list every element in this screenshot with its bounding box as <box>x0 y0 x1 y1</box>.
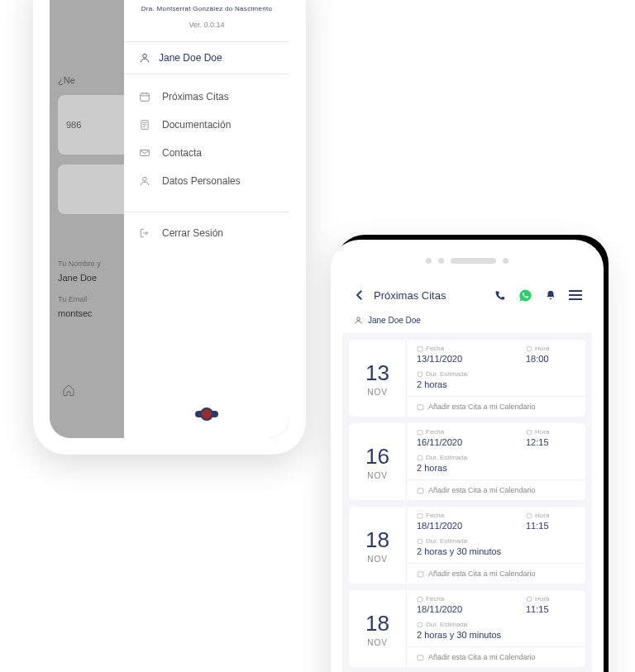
document-icon <box>139 119 150 131</box>
dur-value: 2 horas <box>417 379 575 389</box>
hora-label: Hora <box>526 595 575 603</box>
fecha-label: Fecha <box>417 428 526 436</box>
appointment-date-block: 18 NOV <box>349 590 407 667</box>
svg-point-22 <box>527 513 532 518</box>
add-to-calendar-button[interactable]: Añadir esta Cita a mi Calendario <box>407 479 585 500</box>
drawer-header: ORTODONCIA·MG Dra. Montserrat González d… <box>124 0 289 41</box>
fecha-value: 16/11/2020 <box>417 437 526 447</box>
home-icon <box>62 384 75 397</box>
user-icon <box>354 316 363 325</box>
appointment-day: 18 <box>365 527 389 553</box>
whatsapp-icon <box>518 288 532 303</box>
menu-label: Datos Personales <box>162 175 241 187</box>
svg-point-19 <box>418 455 423 460</box>
svg-rect-16 <box>418 404 423 409</box>
whatsapp-button[interactable] <box>518 288 532 303</box>
svg-point-23 <box>418 539 423 544</box>
menu-button[interactable] <box>569 290 582 300</box>
menu-label: Documentación <box>162 119 231 131</box>
phone-icon <box>494 289 506 302</box>
appointment-month: NOV <box>367 638 388 647</box>
menu-label: Próximas Citas <box>162 91 229 102</box>
svg-rect-13 <box>418 346 423 350</box>
svg-rect-2 <box>141 93 150 101</box>
appointment-day: 16 <box>365 444 389 469</box>
navigation-drawer: ORTODONCIA·MG Dra. Montserrat González d… <box>124 0 289 438</box>
mail-icon <box>139 147 150 159</box>
phone-speaker <box>426 258 508 264</box>
menu-item-doc[interactable]: Documentación <box>124 111 289 139</box>
notifications-button[interactable] <box>545 289 556 301</box>
drawer-user-name: Jane Doe Doe <box>159 52 222 64</box>
svg-point-11 <box>143 177 147 181</box>
fecha-label: Fecha <box>417 512 526 519</box>
appointment-date-block: 16 NOV <box>349 423 407 500</box>
brand-subtitle: Dra. Montserrat González do Nascimento <box>136 5 277 12</box>
dur-label: Dur. Estimada <box>417 621 575 628</box>
user-icon <box>139 52 150 64</box>
chevron-left-icon <box>352 288 367 303</box>
menu-label: Contacta <box>162 147 202 159</box>
hora-value: 11:15 <box>526 521 575 531</box>
appointment-month: NOV <box>367 555 388 564</box>
fecha-value: 18/11/2020 <box>417 521 526 531</box>
user-icon <box>139 175 150 187</box>
svg-rect-20 <box>418 488 423 493</box>
menu-item-citas[interactable]: Próximas Citas <box>124 83 289 111</box>
menu-item-contacta[interactable]: Contacta <box>124 139 289 167</box>
appointment-day: 18 <box>365 611 389 636</box>
dur-label: Dur. Estimada <box>417 454 575 461</box>
phone-button[interactable] <box>494 289 506 302</box>
svg-point-12 <box>357 317 360 321</box>
hamburger-icon <box>569 290 582 292</box>
svg-point-27 <box>418 622 423 627</box>
phone-mockup-appointments: Próximas Citas Jane Doe Doe <box>331 240 604 672</box>
svg-rect-21 <box>418 513 423 517</box>
appointment-month: NOV <box>367 388 388 397</box>
fecha-value: 18/11/2020 <box>417 604 526 614</box>
add-to-calendar-button[interactable]: Añadir esta Cita a mi Calendario <box>407 563 585 584</box>
add-to-calendar-label: Añadir esta Cita a mi Calendario <box>428 570 536 578</box>
logout-icon <box>139 227 150 239</box>
back-button[interactable] <box>352 288 367 303</box>
calendar-icon <box>139 91 150 102</box>
app-header: Próximas Citas <box>342 279 592 311</box>
svg-rect-25 <box>418 597 423 601</box>
add-to-calendar-button[interactable]: Añadir esta Cita a mi Calendario <box>407 396 585 417</box>
svg-point-18 <box>527 430 532 435</box>
user-row: Jane Doe Doe <box>342 311 592 333</box>
appointment-date-block: 13 NOV <box>349 340 407 417</box>
add-to-calendar-label: Añadir esta Cita a mi Calendario <box>428 486 536 494</box>
dur-value: 2 horas <box>417 463 575 473</box>
hora-value: 11:15 <box>526 604 575 614</box>
user-name: Jane Doe Doe <box>368 316 421 325</box>
calendar-add-icon <box>417 487 424 494</box>
dur-value: 2 horas y 30 minutos <box>417 630 575 640</box>
appointment-card: 13 NOV Fecha 13/11/2020 Hora 18:00 Dur. … <box>349 340 585 417</box>
appointment-card: 18 NOV Fecha 18/11/2020 Hora 11:15 Dur. … <box>349 507 585 584</box>
fecha-label: Fecha <box>417 595 526 603</box>
bell-icon <box>545 289 556 301</box>
hora-label: Hora <box>526 345 575 352</box>
dur-value: 2 horas y 30 minutos <box>417 546 575 556</box>
appointment-card: 18 NOV Fecha 18/11/2020 Hora 11:15 Dur. … <box>349 590 585 667</box>
svg-rect-24 <box>418 571 423 576</box>
menu-item-datos[interactable]: Datos Personales <box>124 167 289 195</box>
svg-point-1 <box>143 54 147 58</box>
svg-rect-17 <box>418 430 423 434</box>
version-label: Ver. 0.0.14 <box>136 21 277 29</box>
fecha-value: 13/11/2020 <box>417 354 526 364</box>
svg-point-15 <box>418 372 423 377</box>
dur-label: Dur. Estimada <box>417 370 575 378</box>
svg-rect-10 <box>141 150 150 156</box>
appointment-month: NOV <box>367 471 388 480</box>
appointment-date-block: 18 NOV <box>349 507 407 584</box>
hora-label: Hora <box>526 512 575 519</box>
calendar-add-icon <box>417 403 424 411</box>
calendar-add-icon <box>417 570 424 578</box>
appointment-card: 16 NOV Fecha 16/11/2020 Hora 12:15 Dur. … <box>349 423 585 500</box>
drawer-handle[interactable] <box>124 411 289 417</box>
menu-item-logout[interactable]: Cerrar Sesión <box>124 219 289 247</box>
drawer-user-row[interactable]: Jane Doe Doe <box>124 41 289 74</box>
add-to-calendar-button[interactable]: Añadir esta Cita a mi Calendario <box>407 646 585 667</box>
